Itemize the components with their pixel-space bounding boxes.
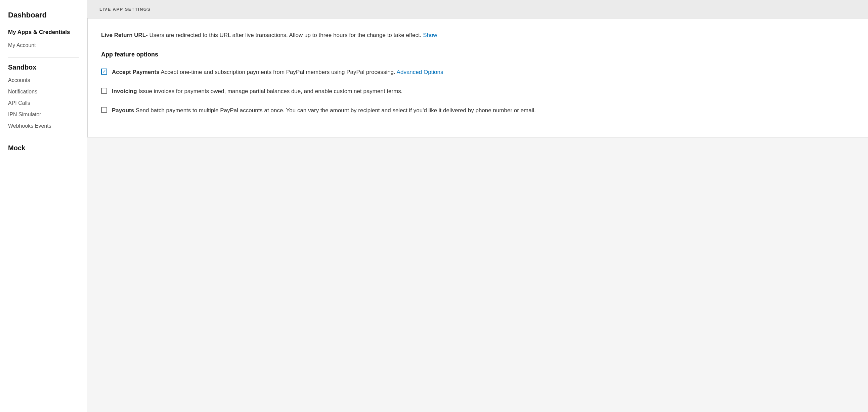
sidebar-item-ipn-simulator[interactable]: IPN Simulator	[8, 109, 79, 120]
live-return-url-label: Live Return URL	[101, 32, 146, 38]
sidebar: Dashboard My Apps & Credentials My Accou…	[0, 0, 87, 412]
payouts-label: Payouts	[112, 107, 134, 114]
sidebar-mock-label: Mock	[8, 144, 79, 152]
live-return-url-text: Live Return URL- Users are redirected to…	[101, 31, 854, 40]
sidebar-divider-1	[8, 57, 79, 57]
sidebar-title: Dashboard	[8, 11, 79, 20]
feature-accept-payments: ✓ Accept Payments Accept one-time and su…	[101, 67, 854, 77]
invoicing-checkbox[interactable]	[101, 88, 107, 94]
payouts-desc: Send batch payments to multiple PayPal a…	[136, 107, 536, 114]
sidebar-item-notifications[interactable]: Notifications	[8, 86, 79, 97]
sidebar-sandbox-label: Sandbox	[8, 63, 79, 71]
app-feature-options-title: App feature options	[101, 51, 854, 58]
sidebar-divider-2	[8, 138, 79, 138]
main-content: LIVE APP SETTINGS Live Return URL- Users…	[87, 0, 868, 412]
sidebar-item-webhooks-events[interactable]: Webhooks Events	[8, 120, 79, 132]
live-return-url-show-link[interactable]: Show	[423, 32, 437, 38]
sidebar-item-my-account[interactable]: My Account	[8, 40, 79, 51]
feature-payouts: Payouts Send batch payments to multiple …	[101, 106, 854, 115]
payouts-text: Payouts Send batch payments to multiple …	[112, 106, 536, 115]
accept-payments-checkbox[interactable]: ✓	[101, 68, 107, 75]
invoicing-label: Invoicing	[112, 88, 137, 94]
accept-payments-desc: Accept one-time and subscription payment…	[161, 69, 397, 75]
live-return-url-desc: - Users are redirected to this URL after…	[146, 32, 421, 38]
checkmark-icon: ✓	[102, 69, 106, 73]
sidebar-item-api-calls[interactable]: API Calls	[8, 97, 79, 109]
section-header-bar: LIVE APP SETTINGS	[87, 0, 868, 19]
advanced-options-link[interactable]: Advanced Options	[397, 69, 443, 75]
invoicing-desc: Issue invoices for payments owed, manage…	[138, 88, 402, 94]
live-return-url-block: Live Return URL- Users are redirected to…	[101, 31, 854, 40]
accept-payments-label: Accept Payments	[112, 69, 160, 75]
accept-payments-text: Accept Payments Accept one-time and subs…	[112, 67, 443, 77]
sidebar-my-apps-credentials[interactable]: My Apps & Credentials	[8, 29, 79, 36]
invoicing-text: Invoicing Issue invoices for payments ow…	[112, 87, 403, 96]
sidebar-item-accounts[interactable]: Accounts	[8, 75, 79, 86]
section-header-title: LIVE APP SETTINGS	[99, 7, 151, 12]
content-card: Live Return URL- Users are redirected to…	[87, 19, 868, 138]
feature-invoicing: Invoicing Issue invoices for payments ow…	[101, 87, 854, 96]
payouts-checkbox[interactable]	[101, 107, 107, 113]
